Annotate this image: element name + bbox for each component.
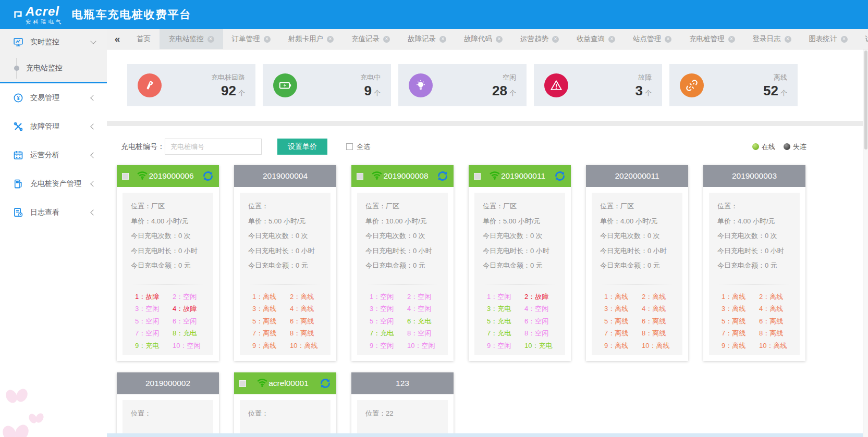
sidebar-item-2[interactable]: 故障管理 — [0, 112, 107, 141]
tab[interactable]: 站点管理 × — [624, 29, 680, 49]
port-status: 8：充电 — [173, 327, 210, 340]
port-status: 1：离线 — [722, 291, 759, 303]
port-status-grid: 1：空闲2：故障3：充电4：空闲5：充电6：空闲7：充电8：空闲9：空闲10：充… — [483, 291, 562, 352]
card-divider — [601, 284, 673, 284]
select-all-checkbox[interactable] — [346, 143, 353, 150]
chevron-icon — [90, 181, 96, 186]
stat-label: 空闲 — [492, 73, 516, 82]
pile-detail-line: 单价：10.00 小时/元 — [365, 214, 445, 229]
port-status: 2：故障 — [524, 291, 562, 303]
tab[interactable]: 图表统计 × — [800, 29, 857, 49]
stat-card: 故障 3个 — [534, 64, 662, 106]
stat-value: 9个 — [360, 84, 381, 97]
tab[interactable]: 射频卡用户 × — [279, 29, 343, 49]
port-status-grid: 1：离线2：离线3：离线4：离线5：离线6：离线7：离线8：离线9：离线10：离… — [717, 291, 797, 352]
tab-close-icon[interactable]: × — [841, 36, 848, 43]
top-header: Acrel 安科瑞电气 电瓶车充电桩收费平台 — [0, 0, 868, 29]
refresh-icon[interactable] — [320, 378, 331, 389]
legend-online-label: 在线 — [762, 142, 775, 152]
refresh-icon[interactable] — [202, 170, 214, 182]
tab[interactable]: 充电站监控 × — [160, 29, 223, 49]
refresh-icon[interactable] — [437, 170, 448, 182]
port-status: 3：空闲 — [370, 303, 407, 315]
port-status: 1：空闲 — [370, 291, 407, 303]
sidebar-subitem[interactable]: 充电站监控 — [0, 55, 107, 82]
pile-card-body: 位置：22 — [351, 394, 454, 437]
scrollbar-thumb[interactable] — [864, 51, 867, 149]
pile-detail-line: 位置： — [717, 199, 797, 214]
port-status: 2：空闲 — [173, 291, 210, 303]
tab[interactable]: 访问日志 × — [857, 29, 868, 49]
warning-icon — [544, 73, 568, 97]
pile-detail-line: 位置：厂区 — [131, 199, 210, 214]
port-status: 9：充电 — [135, 340, 173, 352]
bulb-icon — [409, 73, 433, 97]
pile-detail-line: 位置：厂区 — [600, 199, 679, 214]
tab[interactable]: 登录日志 × — [744, 29, 800, 49]
pile-card-body: 位置： — [234, 394, 336, 437]
chevron-icon — [90, 152, 96, 158]
pile-detail-line: 今日充电金额：0 元 — [248, 258, 327, 273]
port-status: 7：空闲 — [135, 327, 173, 340]
sidebar-group: 实时监控 充电站监控 — [0, 29, 107, 83]
pile-detail-line: 今日充电金额：0 元 — [600, 258, 679, 273]
pile-number-input[interactable] — [165, 139, 262, 155]
port-status: 3：空闲 — [135, 303, 173, 315]
sidebar-item-3[interactable]: 运营分析 — [0, 141, 107, 169]
pile-card-header: 2019000003 — [703, 165, 805, 187]
pile-id: 2019000003 — [732, 171, 777, 181]
port-status: 4：空闲 — [524, 303, 562, 315]
port-status: 2：离线 — [642, 291, 679, 303]
pile-detail-line: 单价：4.00 小时/元 — [131, 214, 210, 229]
pile-checkbox[interactable] — [357, 173, 363, 180]
tab-close-icon[interactable]: × — [327, 36, 334, 43]
tab-close-icon[interactable]: × — [785, 36, 791, 43]
pile-list-panel: 充电桩编号： 设置单价 全选 在线 失连 — [107, 126, 868, 437]
tab[interactable]: 故障记录 × — [399, 29, 455, 49]
tab-close-icon[interactable]: × — [665, 36, 671, 43]
tab-close-icon[interactable]: × — [383, 36, 390, 43]
tab-close-icon[interactable]: × — [439, 36, 446, 43]
tab[interactable]: 收益查询 × — [568, 29, 624, 49]
tab-close-icon[interactable]: × — [728, 36, 735, 43]
sidebar-item-1[interactable]: ¥ 交易管理 — [0, 83, 107, 112]
tab[interactable]: 充值记录 × — [343, 29, 399, 49]
pile-id: 2019000004 — [263, 171, 308, 181]
wifi-icon — [137, 171, 148, 181]
port-status: 10：离线 — [642, 340, 679, 352]
butterfly-decoration — [3, 423, 30, 437]
tab[interactable]: 故障代码 × — [455, 29, 511, 49]
sidebar-item-5[interactable]: 日志查看 — [0, 198, 107, 227]
tab[interactable]: 首页 — [128, 29, 160, 49]
tab-close-icon[interactable]: × — [496, 36, 503, 43]
card-divider — [718, 284, 790, 284]
tab[interactable]: 充电桩管理 × — [680, 29, 744, 49]
tab-close-icon[interactable]: × — [552, 36, 559, 43]
port-status: 8：离线 — [642, 327, 679, 340]
collapse-tabs-icon[interactable]: « — [107, 29, 128, 49]
tab[interactable]: 运营趋势 × — [511, 29, 568, 49]
pile-checkbox[interactable] — [474, 173, 481, 180]
pile-id: acrel00001 — [268, 379, 309, 388]
pile-card-body: 位置： — [117, 394, 219, 437]
pile-card: 2019000003 位置：单价：4.00 小时/元今日充电次数：0 次今日充电… — [703, 165, 805, 361]
sidebar-item-4[interactable]: 充电桩资产管理 — [0, 169, 107, 198]
sidebar-item-icon — [13, 207, 24, 218]
pile-card: 2019000008 位置：厂区单价：10.00 小时/元今日充电次数：0 次今… — [351, 165, 454, 361]
tab[interactable]: 订单管理 × — [223, 29, 279, 49]
set-price-button[interactable]: 设置单价 — [277, 139, 327, 155]
pile-checkbox[interactable] — [122, 173, 129, 180]
sidebar-item-0[interactable]: 实时监控 — [0, 29, 107, 55]
pile-detail-line: 位置： — [248, 406, 327, 421]
pile-card-body: 位置：厂区单价：5.00 小时/元今日充电次数：0 次今日充电时长：0 小时今日… — [469, 187, 571, 361]
pile-detail-line: 今日充电次数：0 次 — [717, 229, 797, 244]
tab-close-icon[interactable]: × — [264, 36, 271, 43]
tab-label: 登录日志 — [753, 34, 781, 44]
refresh-icon[interactable] — [554, 170, 566, 182]
pile-checkbox[interactable] — [239, 380, 246, 387]
port-status: 3：充电 — [487, 303, 524, 315]
tab-close-icon[interactable]: × — [608, 36, 615, 43]
tab-close-icon[interactable]: × — [207, 36, 214, 43]
vertical-scrollbar[interactable] — [863, 49, 868, 437]
pile-detail-line: 今日充电次数：0 次 — [483, 229, 562, 244]
